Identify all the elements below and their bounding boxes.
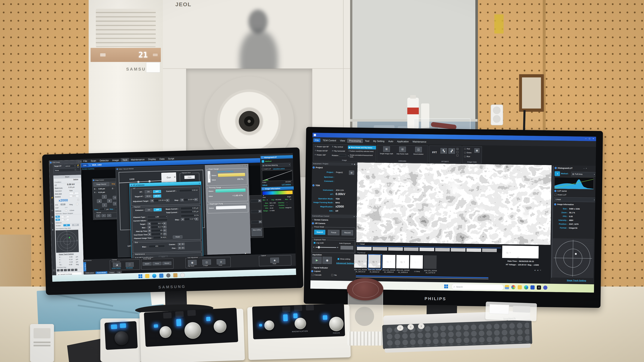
lm-task-icon-app4[interactable] [180,273,185,277]
rotate-180[interactable]: Rotate 180° [317,154,326,156]
capture-single-button[interactable]: ◉ [270,258,279,263]
trackball-knob[interactable] [114,331,129,346]
thumb-1[interactable] [354,254,367,268]
lm-grad-marker[interactable]: ▲ [263,195,264,196]
stage-neutral-button[interactable]: Stage Neutral [93,182,109,187]
cond-imaging-value[interactable]: MAG [69,195,79,197]
fft-checkbox-2[interactable] [456,151,458,153]
beam-tab[interactable]: Beam [53,175,81,179]
slider-left[interactable]: ◀ [313,246,314,248]
rm-min-icon[interactable]: — [585,138,586,139]
acq-play-button[interactable]: ▶ [312,257,322,264]
tab-temcontrol[interactable]: TEMControl [84,272,95,274]
mag-value[interactable]: x2000 [58,198,68,202]
cooldown-right[interactable]: ▶ [164,233,166,235]
fil-max-left[interactable]: ◀ [148,226,151,229]
usage-reset-button[interactable]: Reset [173,235,182,238]
ol-chip[interactable]: OL [56,216,60,218]
show-rotate-flip-status[interactable]: ▣Show Rotate and Flip Status [348,146,376,149]
rm-search-box[interactable]: ⌕ Search [452,284,504,290]
screen-in-button[interactable]: IN [64,224,70,227]
cpl-knob-1[interactable] [159,326,172,338]
target-80-button[interactable]: 80 kV [145,195,152,198]
rm-max-icon[interactable]: ▢ [589,138,590,140]
lm-menu-display[interactable]: Display [146,157,158,161]
ios-checkbox[interactable] [76,203,78,205]
log-scale-checkbox[interactable]: ✓ [314,242,316,244]
ht-dialog-close-icon[interactable]: ✕ [199,182,200,184]
task-icon-folder[interactable] [518,285,522,289]
trackball-module[interactable] [100,319,142,362]
task-icon-explorer[interactable] [505,285,509,289]
rm-menu-processing[interactable]: Processing [347,139,363,143]
rm-screen-camera[interactable]: Screen Camera [314,219,328,221]
rm-menu-temcontrol[interactable]: TEM Control [321,138,338,142]
fft-icon-button[interactable]: ▚ [440,148,447,154]
rp-min-icon[interactable]: — [583,167,585,169]
rm-viewport[interactable] [356,162,552,245]
position-reset[interactable]: Position reset(Only selected view) [350,150,374,152]
rm-panel-header[interactable]: Instrument / Project▾◉✕ [312,162,359,166]
lm-menu-image[interactable]: Image [110,158,120,162]
fil-target-left[interactable]: ◀ [148,223,151,225]
rotate-annotation-tools[interactable]: Rotate annotation/measurement tools [350,154,376,158]
target-ht-select[interactable]: 120 kV▾ [64,164,76,168]
ht-step-left[interactable]: ◀ [180,199,184,201]
cpl-knob-2[interactable] [184,322,202,339]
exposure-slider[interactable] [316,247,336,248]
lm-info-header[interactable]: Image Information [262,186,295,191]
preset-select[interactable]: None▾ [54,168,76,172]
lm-menu-detector[interactable]: Detector [98,158,110,162]
signal-indicator[interactable]: Signal Indicator [314,267,328,269]
focus-button[interactable]: ◎ [216,259,225,264]
tool-icon-wrench[interactable]: ✎ [52,222,53,224]
bias-fine-right[interactable]: ▶ [182,247,185,249]
cool-input-1[interactable] [250,200,259,203]
hr-camera-button[interactable]: ⛶ [126,262,134,267]
slider-knob[interactable] [318,246,320,248]
cond-spot-value[interactable]: 2 [69,192,79,194]
lm-live-tab[interactable]: Live [82,164,88,167]
align-beam-button[interactable]: ▦ [188,260,196,265]
rm-record-button[interactable]: Record [342,230,353,235]
metering-select[interactable]: ▤Full Area Metering▾ [262,163,291,167]
lm-lut-setting-link[interactable]: LUT Setting [282,184,291,185]
blue-radio[interactable] [464,155,466,157]
lm-download-icon[interactable]: ⤓ [90,164,90,166]
rotation-input[interactable] [339,154,346,157]
slider-right[interactable]: ▶ [337,247,338,248]
flip-horizontal[interactable]: Flip horizontal [334,150,345,152]
rm-start-button[interactable] [444,284,448,288]
lm-cam-label[interactable]: Screen Camera [82,168,94,170]
panel-pin-icon[interactable]: ◉ [354,163,356,165]
sc-neutral-z[interactable]: Z [107,214,111,217]
rm-close-icon[interactable]: ✕ [592,138,594,140]
cool-input-2[interactable] [251,210,259,213]
cpr-button-2[interactable] [294,305,302,311]
target-120-button[interactable]: 120 kV [153,194,161,198]
advanced-setting-link[interactable]: Advanced Setting [336,262,354,265]
stage-map[interactable] [552,238,594,278]
ht-step-right[interactable]: ▶ [194,198,198,201]
lm-doc-tab[interactable]: 0625_1402 [92,164,102,166]
fft-checkbox-3[interactable] [456,154,458,156]
z-height-button[interactable]: ◫ [202,259,211,265]
ht-off-button[interactable]: OFF [153,190,161,193]
sc-neutral-x[interactable]: X [96,214,100,217]
fkey-header[interactable]: Function Key [57,266,82,269]
rm-menu-file[interactable]: File [314,138,320,142]
tool-icon-stage[interactable]: ♟ [52,229,54,231]
rm-menu-tool[interactable]: Tool [363,139,371,143]
ios-chip[interactable]: OFF [60,204,65,205]
lm-task-icon-edge[interactable] [152,274,156,278]
rm-search-button[interactable]: Search [314,230,325,235]
tool-icon-lens[interactable]: ◔ [51,203,52,205]
fkey-f5[interactable]: F5 [71,269,74,271]
nanospace-map[interactable]: Y X [56,230,79,253]
cpr-knob-small[interactable] [264,320,274,330]
cpr-button-1[interactable] [282,306,290,312]
thumb-2-selected[interactable] [368,254,382,269]
rm-focus-button[interactable]: Focus [328,230,340,235]
adjust-left[interactable]: ◀ [150,199,154,202]
filament-type-select[interactable]: LaB6▾ [147,215,168,219]
